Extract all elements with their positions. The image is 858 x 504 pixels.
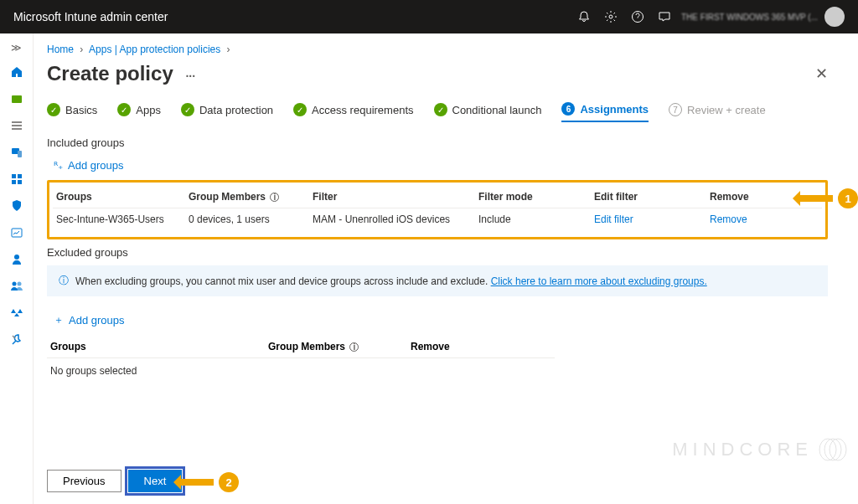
sidebar: ≫ [0,33,34,504]
step-apps[interactable]: ✓Apps [117,102,161,122]
svg-rect-8 [12,174,16,178]
info-icon[interactable]: i [270,193,279,202]
included-label: Included groups [47,136,828,149]
gear-icon[interactable] [604,10,618,23]
app-title: Microsoft Intune admin center [13,10,577,23]
add-excluded-groups[interactable]: ＋ Add groups [47,310,828,336]
svg-point-0 [609,15,612,18]
svg-point-14 [12,282,16,286]
content-area: Home › Apps | App protection policies › … [34,33,858,504]
dashboard-icon[interactable] [9,91,24,106]
cell-group: Sec-Intune-W365-Users [56,213,182,225]
apps-icon[interactable] [9,172,24,187]
avatar[interactable] [824,7,845,27]
ex-th-remove: Remove [411,341,494,352]
step-access-req[interactable]: ✓Access requirements [293,102,413,122]
account-info: THE FIRST WINDOWS 365 MVP (... [681,13,818,22]
breadcrumb-apps[interactable]: Apps | App protection policies [89,44,220,55]
bell-icon[interactable] [577,10,591,23]
devices-icon[interactable] [9,145,24,160]
step-assignments[interactable]: 6Assignments [561,102,649,122]
step-data-protection[interactable]: ✓Data protection [181,102,273,122]
plus-icon: ＋ [54,313,64,327]
step-review: 7Review + create [669,102,766,122]
svg-rect-9 [18,174,22,178]
info-icon[interactable]: i [349,342,359,352]
ex-th-members: Group Members i [268,341,411,352]
th-filter: Filter [313,191,472,203]
tenant-icon[interactable] [9,306,24,321]
reports-icon[interactable] [9,225,24,240]
feedback-icon[interactable] [658,10,671,23]
person-add-icon: ᴿ₊ [54,160,63,172]
groups-icon[interactable] [9,279,24,294]
breadcrumb-home[interactable]: Home [47,44,74,55]
learn-more-link[interactable]: Click here to learn more about excluding… [491,275,707,287]
security-icon[interactable] [9,198,24,213]
th-edit-filter: Edit filter [594,191,703,203]
step-basics[interactable]: ✓Basics [47,102,97,122]
svg-point-15 [17,282,21,286]
svg-rect-12 [12,229,22,237]
callout-2: 2 [173,472,239,492]
remove-link[interactable]: Remove [710,213,777,225]
excluded-empty: No groups selected [47,358,555,383]
cell-filter: MAM - Unenrolled iOS devices [313,213,472,225]
th-remove: Remove [710,191,777,203]
th-members: Group Members i [189,191,306,203]
svg-rect-2 [12,95,22,103]
help-icon[interactable] [631,10,644,23]
cell-members: 0 devices, 1 users [189,213,306,225]
svg-rect-10 [12,180,16,184]
th-groups: Groups [56,191,182,203]
included-table-highlight: Groups Group Members i Filter Filter mod… [47,180,828,239]
callout-1: 1 [793,188,858,208]
page-title: Create policy ··· [47,62,195,85]
table-row: Sec-Intune-W365-Users 0 devices, 1 users… [53,208,822,230]
info-banner: ⓘ When excluding groups, you cannot mix … [47,265,828,296]
home-icon[interactable] [9,64,24,80]
ex-th-groups: Groups [50,341,268,352]
previous-button[interactable]: Previous [47,470,121,492]
close-icon[interactable]: ✕ [815,64,828,83]
info-circle-icon: ⓘ [59,274,69,288]
wizard-footer: Previous Next [34,458,858,504]
troubleshoot-icon[interactable] [9,332,24,347]
step-conditional[interactable]: ✓Conditional launch [434,102,542,122]
svg-rect-7 [18,151,22,157]
edit-filter-link[interactable]: Edit filter [594,213,703,225]
th-filter-mode: Filter mode [478,191,587,203]
users-icon[interactable] [9,252,24,267]
svg-point-13 [14,255,19,260]
wizard-steps: ✓Basics ✓Apps ✓Data protection ✓Access r… [47,102,828,123]
topbar-actions [577,10,671,23]
cell-filter-mode: Include [478,213,587,225]
breadcrumb: Home › Apps | App protection policies › [47,40,828,62]
collapse-icon[interactable]: ≫ [6,37,27,59]
list-icon[interactable] [9,118,24,133]
add-included-groups[interactable]: ᴿ₊ Add groups [47,156,828,180]
top-bar: Microsoft Intune admin center THE FIRST … [0,0,858,33]
more-icon[interactable]: ··· [185,69,195,83]
svg-rect-11 [18,180,22,184]
excluded-label: Excluded groups [47,246,828,259]
